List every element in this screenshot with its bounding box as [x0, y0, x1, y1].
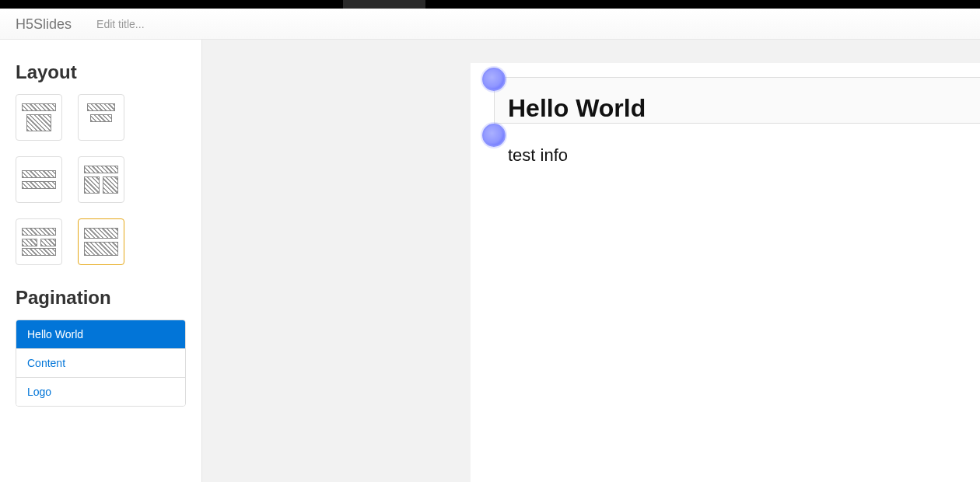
- layout-option-4[interactable]: [78, 156, 124, 203]
- pagination-item[interactable]: Hello World: [16, 320, 185, 348]
- slide[interactable]: Hello World test info: [471, 63, 980, 482]
- slide-title[interactable]: Hello World: [508, 94, 646, 123]
- app-brand: H5Slides: [16, 16, 72, 32]
- pagination-item[interactable]: Logo: [16, 377, 185, 406]
- layout-option-2[interactable]: [78, 94, 124, 141]
- layout-option-6[interactable]: [78, 218, 124, 265]
- slide-body[interactable]: test info: [508, 145, 568, 166]
- pagination-list: Hello World Content Logo: [16, 320, 186, 407]
- editor-canvas: Hello World test info: [202, 40, 980, 482]
- layout-option-3[interactable]: [16, 156, 62, 203]
- navbar: H5Slides: [0, 9, 980, 40]
- sidebar: Layout Pagination Hello World Content Lo…: [0, 40, 202, 482]
- pagination-heading: Pagination: [16, 287, 186, 309]
- layout-heading: Layout: [16, 61, 186, 83]
- window-top-strip: [0, 0, 980, 9]
- layout-option-5[interactable]: [16, 218, 62, 265]
- drag-handle-icon[interactable]: [482, 68, 506, 91]
- layout-grid: [16, 94, 186, 265]
- title-input[interactable]: [96, 18, 330, 30]
- pagination-item[interactable]: Content: [16, 348, 185, 377]
- drag-handle-icon[interactable]: [482, 124, 506, 147]
- layout-option-1[interactable]: [16, 94, 62, 141]
